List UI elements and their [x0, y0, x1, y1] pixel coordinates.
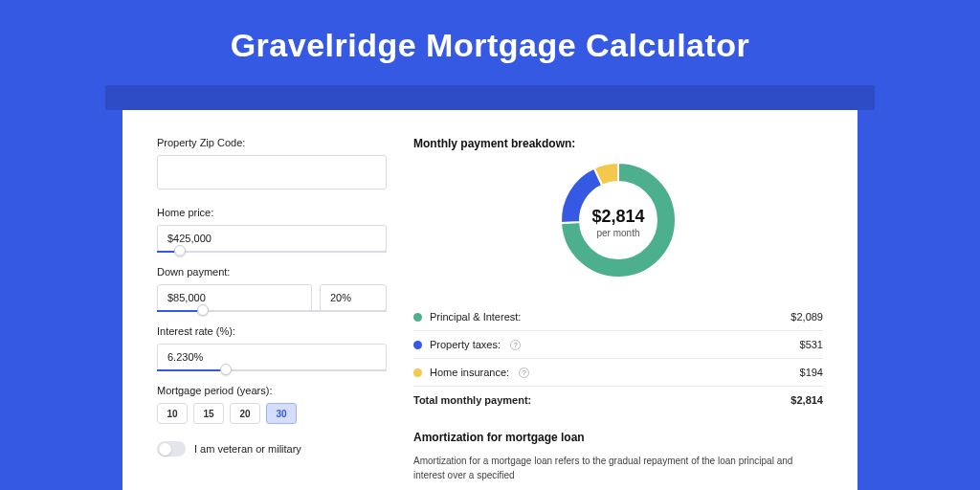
- interest-label: Interest rate (%):: [157, 325, 387, 337]
- donut-center: $2,814 per month: [591, 207, 644, 238]
- donut-center-sub: per month: [591, 228, 644, 238]
- period-options: 10152030: [157, 403, 387, 424]
- donut-chart-wrap: $2,814 per month: [413, 160, 823, 284]
- interest-slider[interactable]: [157, 369, 387, 371]
- legend-amount: $531: [800, 339, 823, 350]
- zip-input[interactable]: [157, 155, 387, 189]
- home-price-slider-thumb[interactable]: [174, 245, 186, 256]
- legend-total-row: Total monthly payment:$2,814: [413, 387, 823, 413]
- legend-dot: [413, 313, 422, 322]
- calculator-card: Property Zip Code: Home price: Down paym…: [122, 110, 858, 490]
- home-price-slider[interactable]: [157, 251, 387, 253]
- help-icon[interactable]: ?: [519, 368, 529, 378]
- legend-label: Property taxes:: [430, 339, 501, 350]
- interest-input[interactable]: [157, 344, 387, 370]
- amortization-title: Amortization for mortgage loan: [413, 431, 823, 444]
- down-payment-slider-thumb[interactable]: [197, 304, 209, 316]
- form-column: Property Zip Code: Home price: Down paym…: [157, 137, 387, 490]
- down-payment-field-group: Down payment:: [157, 266, 387, 312]
- zip-field-group: Property Zip Code:: [157, 137, 387, 189]
- period-option-30[interactable]: 30: [266, 403, 297, 424]
- home-price-label: Home price:: [157, 207, 387, 218]
- legend-row: Principal & Interest:$2,089: [413, 303, 823, 330]
- donut-center-amount: $2,814: [591, 207, 644, 227]
- legend-total-amount: $2,814: [791, 394, 823, 406]
- home-price-input[interactable]: [157, 225, 387, 252]
- page-title: Gravelridge Mortgage Calculator: [0, 0, 980, 85]
- period-field-group: Mortgage period (years): 10152030: [157, 385, 387, 424]
- help-icon[interactable]: ?: [510, 340, 521, 350]
- veteran-toggle-row: I am veteran or military: [157, 441, 387, 457]
- header-band: [105, 85, 875, 110]
- home-price-field-group: Home price:: [157, 207, 387, 253]
- legend-row: Property taxes:?$531: [413, 331, 823, 358]
- breakdown-column: Monthly payment breakdown: $2,814 per mo…: [413, 137, 823, 490]
- down-payment-input[interactable]: [157, 284, 312, 311]
- veteran-toggle[interactable]: [157, 441, 186, 457]
- down-payment-label: Down payment:: [157, 266, 387, 278]
- down-payment-pct-input[interactable]: [320, 284, 387, 311]
- legend: Principal & Interest:$2,089Property taxe…: [413, 303, 823, 413]
- interest-field-group: Interest rate (%):: [157, 325, 387, 371]
- period-label: Mortgage period (years):: [157, 385, 387, 396]
- interest-slider-thumb[interactable]: [220, 364, 232, 375]
- legend-row: Home insurance:?$194: [413, 359, 823, 386]
- period-option-10[interactable]: 10: [157, 403, 188, 424]
- legend-amount: $194: [800, 367, 823, 378]
- down-payment-slider[interactable]: [157, 310, 387, 312]
- legend-label: Principal & Interest:: [430, 311, 521, 323]
- donut-chart: $2,814 per month: [558, 160, 679, 284]
- legend-total-label: Total monthly payment:: [413, 394, 531, 406]
- legend-dot: [413, 368, 422, 377]
- veteran-toggle-label: I am veteran or military: [194, 443, 301, 455]
- legend-dot: [413, 341, 422, 349]
- legend-amount: $2,089: [791, 311, 823, 323]
- breakdown-title: Monthly payment breakdown:: [413, 137, 823, 150]
- amortization-body: Amortization for a mortgage loan refers …: [413, 454, 823, 482]
- legend-label: Home insurance:: [430, 367, 509, 378]
- period-option-20[interactable]: 20: [230, 403, 260, 424]
- zip-label: Property Zip Code:: [157, 137, 387, 148]
- period-option-15[interactable]: 15: [193, 403, 224, 424]
